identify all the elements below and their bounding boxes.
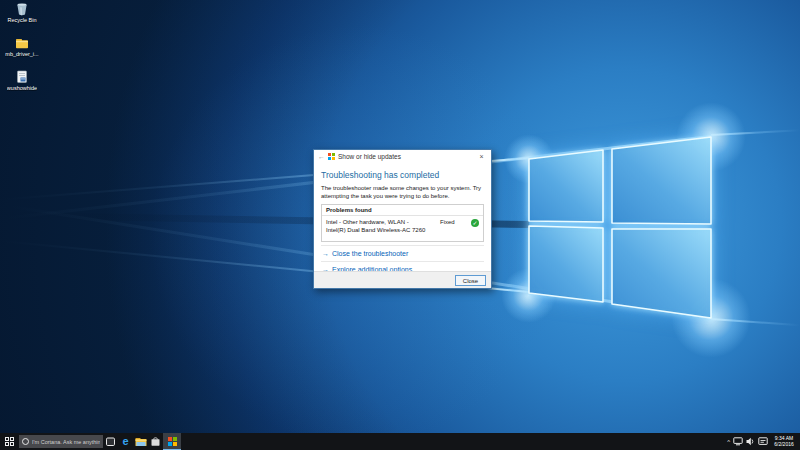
dialog-description: The troubleshooter made some changes to …	[321, 184, 485, 200]
link-arrow-icon: →	[322, 250, 329, 257]
troubleshooter-package-icon	[15, 70, 29, 84]
problem-name: Intel - Other hardware, WLAN - Intel(R) …	[326, 219, 428, 235]
file-explorer-button[interactable]	[133, 433, 148, 450]
problem-row: Intel - Other hardware, WLAN - Intel(R) …	[322, 216, 483, 241]
file-explorer-icon	[135, 437, 147, 447]
fixed-check-icon: ✓	[471, 219, 479, 227]
dialog-title: Show or hide updates	[338, 153, 401, 160]
dialog-footer: Close	[314, 271, 491, 288]
action-center-icon[interactable]	[758, 437, 768, 446]
back-button-icon[interactable]: ←	[318, 153, 325, 160]
edge-icon: e	[122, 436, 128, 447]
dialog-body: Troubleshooting has completed The troubl…	[314, 163, 491, 286]
problem-status: Fixed	[440, 219, 455, 225]
troubleshooter-dialog: ← Show or hide updates × Troubleshooting…	[313, 149, 492, 289]
store-icon	[150, 436, 161, 447]
tray-chevron-up-icon[interactable]: ^	[727, 439, 730, 445]
problems-header: Problems found	[322, 205, 483, 216]
task-view-button[interactable]	[103, 433, 118, 450]
desktop-icon-label: mb_driver_i...	[5, 51, 38, 57]
troubleshooter-taskbar-button[interactable]	[163, 433, 181, 450]
taskbar-clock[interactable]: 9:34 AM 6/2/2016	[771, 436, 797, 447]
desktop-icon-label: wushowhide	[7, 85, 37, 91]
network-icon[interactable]	[733, 437, 743, 446]
close-troubleshooter-link[interactable]: → Close the troubleshooter	[321, 245, 484, 261]
system-tray: ^ 9:34 AM 6/2/2016	[727, 436, 800, 447]
desktop-icon-driver-folder[interactable]: mb_driver_i...	[2, 36, 42, 67]
dialog-titlebar[interactable]: ← Show or hide updates ×	[314, 150, 491, 163]
task-view-icon	[105, 437, 116, 447]
volume-icon[interactable]	[746, 437, 755, 446]
desktop-icon-recycle-bin[interactable]: Recycle Bin	[2, 2, 42, 33]
clock-date: 6/2/2016	[771, 442, 797, 448]
taskbar: I'm Cortana. Ask me anything. e ^	[0, 433, 800, 450]
folder-icon	[15, 36, 29, 50]
desktop-icon-wushowhide[interactable]: wushowhide	[2, 70, 42, 101]
cortana-icon	[22, 438, 29, 445]
close-window-button[interactable]: ×	[474, 151, 489, 163]
edge-button[interactable]: e	[118, 433, 133, 450]
desktop-icon-list: Recycle Bin mb_driver_i... wushowhide	[2, 2, 42, 104]
desktop-icon-label: Recycle Bin	[7, 17, 36, 23]
store-button[interactable]	[148, 433, 163, 450]
cortana-search-box[interactable]: I'm Cortana. Ask me anything.	[19, 435, 103, 448]
recycle-bin-icon	[15, 2, 29, 16]
link-label: Close the troubleshooter	[332, 250, 408, 257]
problems-found-panel: Problems found Intel - Other hardware, W…	[321, 204, 484, 242]
search-placeholder: I'm Cortana. Ask me anything.	[32, 439, 100, 445]
start-windows-icon	[5, 437, 14, 446]
start-button[interactable]	[0, 433, 19, 450]
windows-flag-icon	[328, 153, 335, 160]
dialog-heading: Troubleshooting has completed	[321, 170, 484, 180]
windows-flag-icon	[168, 437, 177, 446]
close-button[interactable]: Close	[455, 275, 486, 286]
